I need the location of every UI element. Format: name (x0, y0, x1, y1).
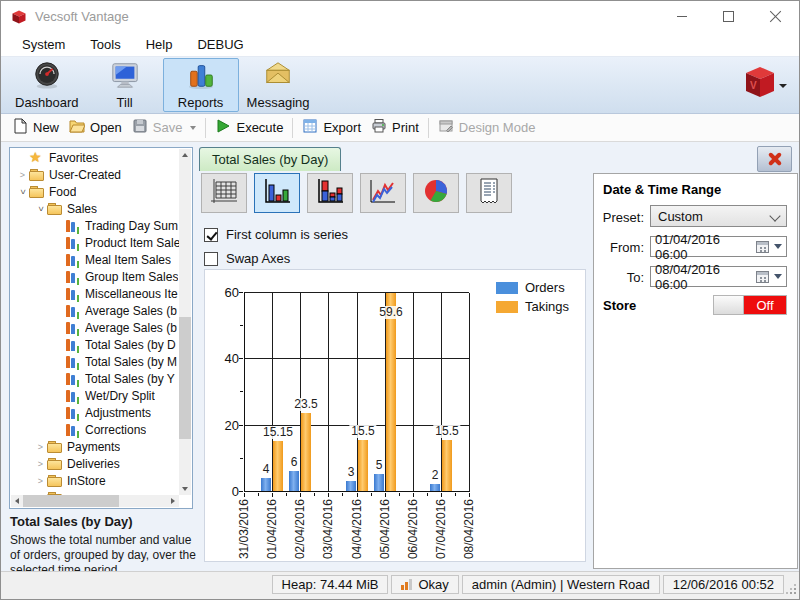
minimize-icon (677, 16, 687, 17)
vertical-scrollbar-thumb[interactable] (179, 317, 191, 439)
tree-item-sales[interactable]: >Sales (10, 200, 179, 217)
calendar-icon[interactable] (756, 241, 769, 253)
dropdown-arrow-icon[interactable] (774, 244, 782, 249)
tree-item-deliveries[interactable]: >Deliveries (10, 455, 179, 472)
tree-item-corrections[interactable]: Corrections (10, 421, 179, 438)
menu-item-debug[interactable]: DEBUG (188, 34, 252, 55)
bar-chart-icon (262, 177, 292, 209)
folder-icon (29, 185, 46, 199)
export-button[interactable]: Export (297, 115, 366, 140)
first-column-is-series-checkbox[interactable]: First column is series (204, 227, 348, 242)
save-icon (132, 118, 148, 137)
dropdown-arrow-icon[interactable] (774, 274, 782, 279)
execute-label: Execute (236, 120, 283, 135)
tree-item-user-created[interactable]: >User-Created (10, 166, 179, 183)
y-minor-tick (240, 325, 243, 326)
view-button-stacked-bar[interactable] (307, 173, 353, 213)
tree-item-total-sales-by-y[interactable]: Total Sales (by Y (10, 370, 179, 387)
horizontal-scrollbar-thumb[interactable] (23, 495, 119, 507)
maximize-button[interactable] (705, 1, 752, 32)
app-menu-button[interactable]: V (744, 65, 787, 99)
menu-item-tools[interactable]: Tools (81, 34, 129, 55)
report-tab[interactable]: Total Sales (by Day) (199, 147, 341, 171)
tree-item-wet-dry-split[interactable]: Wet/Dry Split (10, 387, 179, 404)
chevron-down-icon[interactable]: > (16, 187, 29, 197)
open-button[interactable]: Open (64, 115, 127, 140)
view-button-table[interactable] (201, 173, 247, 213)
execute-button[interactable]: Execute (210, 115, 288, 140)
scroll-right-arrow-icon[interactable] (167, 495, 179, 507)
design-mode-label: Design Mode (459, 120, 536, 135)
x-axis-label-text: 07/04/2016 (434, 499, 448, 559)
toolbar-separator (428, 118, 429, 138)
close-report-button[interactable] (757, 146, 792, 172)
new-icon (12, 118, 28, 137)
bar-value-label: 6 (289, 456, 300, 469)
from-label: From: (598, 240, 644, 255)
pie-chart-icon (421, 177, 451, 209)
chevron-right-icon[interactable]: > (34, 459, 47, 469)
tree-item-payments[interactable]: >Payments (10, 438, 179, 455)
x-axis-label: 04/04/2016 (349, 499, 365, 561)
resize-grip[interactable] (785, 583, 797, 595)
store-toggle[interactable]: Off (713, 295, 787, 315)
tree-item-food[interactable]: >Food (10, 183, 179, 200)
tree-item-miscellaneous-ite[interactable]: Miscellaneous Ite (10, 285, 179, 302)
view-button-report[interactable] (466, 173, 512, 213)
tree-item-meal-item-sales[interactable]: Meal Item Sales (10, 251, 179, 268)
tree-item-instore[interactable]: >InStore (10, 472, 179, 489)
chart-plot-area: 415.15623.5315.5559.6215.5 (244, 293, 469, 492)
print-button[interactable]: Print (366, 115, 424, 140)
to-date-value: 08/04/2016 06:00 (655, 262, 756, 292)
to-date-input[interactable]: 08/04/2016 06:00 (650, 266, 787, 287)
folder-icon (47, 474, 64, 488)
tree-item-total-sales-by-d[interactable]: Total Sales (by D (10, 336, 179, 353)
from-date-input[interactable]: 01/04/2016 06:00 (650, 236, 787, 257)
chevron-right-icon[interactable]: > (34, 476, 47, 486)
scroll-left-arrow-icon[interactable] (11, 495, 23, 507)
chevron-right-icon[interactable]: > (16, 170, 29, 180)
report-description: Total Sales (by Day) Shows the total num… (10, 514, 196, 578)
tree-item-average-sales-b[interactable]: Average Sales (b (10, 319, 179, 336)
menu-item-system[interactable]: System (13, 34, 74, 55)
report-icon (65, 423, 82, 437)
close-button[interactable] (752, 1, 799, 32)
export-icon (302, 118, 318, 137)
bar-value-label: 3 (346, 466, 357, 479)
tree-item-favorites[interactable]: Favorites (10, 149, 179, 166)
y-minor-tick (240, 391, 243, 392)
checkbox-checked-icon (204, 228, 218, 242)
tree-item-average-sales-b[interactable]: Average Sales (b (10, 302, 179, 319)
toolbar-button-till[interactable]: Till (87, 58, 163, 112)
scroll-down-arrow-icon[interactable] (179, 483, 191, 495)
x-axis-label-text: 05/04/2016 (378, 499, 392, 559)
menu-item-help[interactable]: Help (137, 34, 182, 55)
view-button-line-chart[interactable] (360, 173, 406, 213)
tree-item-adjustments[interactable]: Adjustments (10, 404, 179, 421)
new-button[interactable]: New (7, 115, 64, 140)
toolbar-button-messaging[interactable]: Messaging (239, 58, 318, 112)
y-axis-label: 20 (206, 418, 239, 433)
tree-item-group-item-sales[interactable]: Group Item Sales (10, 268, 179, 285)
view-button-pie-chart[interactable] (413, 173, 459, 213)
tree-vertical-scrollbar[interactable] (179, 149, 191, 495)
tree-item-trading-day-sum[interactable]: Trading Day Sum (10, 217, 179, 234)
tree-horizontal-scrollbar[interactable] (11, 495, 179, 507)
swap-axes-checkbox[interactable]: Swap Axes (204, 251, 290, 266)
chevron-down-icon[interactable]: > (34, 204, 47, 214)
preset-dropdown[interactable]: Custom (650, 205, 787, 227)
calendar-icon[interactable] (756, 271, 769, 283)
view-button-bar-chart[interactable] (254, 173, 300, 213)
tree-item-product-item-sale[interactable]: Product Item Sale (10, 234, 179, 251)
swap-axes-label: Swap Axes (226, 251, 290, 266)
scroll-up-arrow-icon[interactable] (179, 149, 191, 161)
tree-item-total-sales-by-m[interactable]: Total Sales (by M (10, 353, 179, 370)
minimize-button[interactable] (658, 1, 705, 32)
y-axis-label: 40 (206, 351, 239, 366)
toolbar-button-dashboard[interactable]: Dashboard (7, 58, 87, 112)
x-axis-label: 01/04/2016 (264, 499, 280, 561)
chevron-right-icon[interactable]: > (34, 442, 47, 452)
toolbar-button-reports[interactable]: Reports (163, 58, 239, 112)
tree-item-label: Total Sales (by M (85, 355, 177, 369)
legend-label: Takings (525, 299, 569, 314)
